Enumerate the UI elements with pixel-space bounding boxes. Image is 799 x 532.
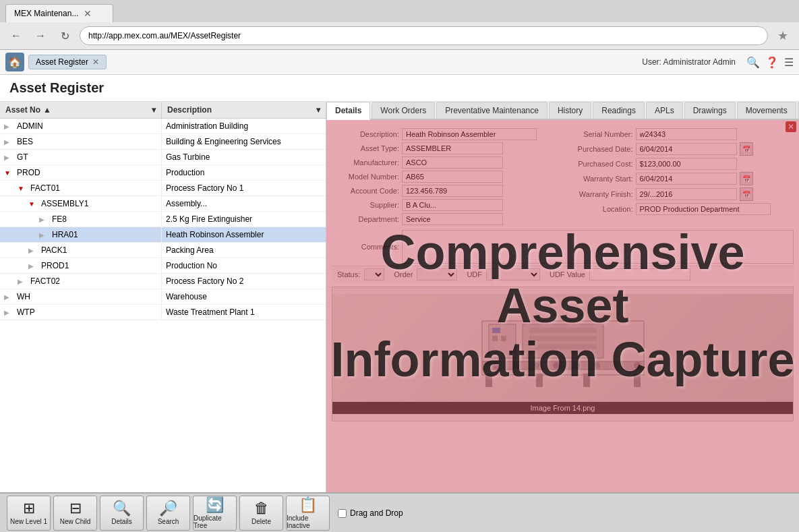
refresh-button[interactable]: ↻: [55, 26, 74, 45]
tree-asset-no-label: PACK1: [41, 245, 67, 255]
tree-row[interactable]: ▶PROD1Production No: [0, 258, 326, 274]
tree-row[interactable]: ▼PRODProduction: [0, 165, 326, 181]
tree-arrow-icon[interactable]: ▶: [4, 293, 12, 301]
serial-number-field[interactable]: [636, 128, 737, 140]
url-bar[interactable]: [80, 26, 768, 45]
purchased-date-calendar-icon[interactable]: 📅: [740, 142, 753, 156]
tree-row[interactable]: ▶BESBuilding & Engineering Services: [0, 134, 326, 150]
tree-row[interactable]: ▶FACT02Process Factory No 2: [0, 274, 326, 289]
forward-button[interactable]: →: [31, 26, 50, 45]
location-field[interactable]: [636, 203, 771, 215]
col-asset-no[interactable]: Asset No ▲ ▾: [0, 102, 162, 118]
tree-row[interactable]: ▼FACT01Process Factory No 1: [0, 181, 326, 196]
status-select[interactable]: [364, 268, 384, 280]
duplicate-tree-button[interactable]: 🔄 Duplicate Tree: [193, 496, 237, 531]
bookmark-icon[interactable]: ★: [773, 26, 792, 45]
tree-arrow-icon[interactable]: ▶: [28, 247, 36, 254]
tree-asset-no-label: PROD: [17, 168, 40, 177]
tree-row[interactable]: ▶GTGas Turbine: [0, 150, 326, 165]
tab-workorders[interactable]: Work Orders: [372, 102, 435, 119]
asset-type-field[interactable]: [402, 142, 503, 154]
tree-arrow-icon[interactable]: ▼: [4, 169, 12, 177]
tree-row[interactable]: ▶PACK1Packing Area: [0, 243, 326, 258]
col-description[interactable]: Description ▾: [162, 102, 326, 118]
purchased-cost-label: Purchased Cost:: [566, 160, 633, 168]
tree-arrow-icon[interactable]: ▶: [18, 278, 26, 285]
tree-row[interactable]: ▶ADMINAdministration Building: [0, 119, 326, 134]
tree-cell-desc: Warehouse: [162, 289, 326, 304]
panel-close-button[interactable]: ✕: [786, 121, 796, 132]
tab-readings[interactable]: Readings: [593, 102, 645, 119]
help-icon[interactable]: ❓: [765, 56, 779, 69]
warranty-finish-field[interactable]: [636, 188, 737, 200]
new-level1-button[interactable]: ⊞ New Level 1: [7, 496, 51, 531]
tree-arrow-icon[interactable]: ▼: [18, 185, 26, 192]
tab-prevmaint[interactable]: Preventative Maintenance: [436, 102, 548, 119]
description-field[interactable]: [402, 128, 537, 140]
warranty-start-calendar-icon[interactable]: 📅: [740, 172, 753, 185]
tree-arrow-icon[interactable]: ▼: [28, 200, 36, 208]
tab-close-icon[interactable]: ✕: [84, 8, 92, 19]
account-code-field[interactable]: [402, 185, 503, 197]
drag-drop-checkbox[interactable]: [338, 509, 347, 518]
breadcrumb-label: Asset Register: [36, 57, 88, 67]
tree-asset-no-label: FE8: [52, 214, 67, 224]
udf-select[interactable]: [486, 268, 540, 280]
tree-arrow-icon[interactable]: ▶: [4, 309, 12, 316]
tree-arrow-icon[interactable]: ▶: [39, 216, 47, 223]
search-icon[interactable]: 🔍: [746, 56, 760, 69]
tree-cell-no: ▶ADMIN: [0, 119, 162, 134]
tree-row[interactable]: ▼ASSEMBLY1Assembly...: [0, 196, 326, 212]
tab-details[interactable]: Details: [326, 102, 370, 120]
tree-row[interactable]: ▶WHWarehouse: [0, 289, 326, 305]
back-button[interactable]: ←: [7, 26, 26, 45]
tree-arrow-icon[interactable]: ▶: [39, 231, 47, 239]
tree-arrow-icon[interactable]: ▶: [4, 123, 12, 130]
tab-drawings[interactable]: Drawings: [684, 102, 736, 119]
tree-row[interactable]: ▶FE82.5 Kg Fire Extinguisher: [0, 212, 326, 227]
tree-cell-desc: Gas Turbine: [162, 150, 326, 165]
tree-asset-no-label: FACT02: [30, 276, 60, 286]
filter-icon-desc[interactable]: ▾: [316, 105, 320, 115]
comments-row: Comments:: [332, 230, 794, 264]
search-button[interactable]: 🔎 Search: [146, 496, 190, 531]
order-select[interactable]: [417, 268, 457, 280]
tree-arrow-icon[interactable]: ▶: [28, 262, 36, 270]
department-field[interactable]: [402, 213, 503, 225]
account-code-row: Account Code:: [332, 185, 560, 197]
include-inactive-button[interactable]: 📋 Include Inactive: [286, 496, 330, 531]
details-button[interactable]: 🔍 Details: [100, 496, 144, 531]
tree-cell-no: ▶PACK1: [0, 243, 162, 258]
tab-apls[interactable]: APLs: [646, 102, 683, 119]
supplier-field[interactable]: [402, 199, 503, 211]
model-number-field[interactable]: [402, 171, 503, 183]
warranty-finish-calendar-icon[interactable]: 📅: [740, 187, 753, 201]
manufacturer-field[interactable]: [402, 156, 503, 169]
purchased-cost-field[interactable]: [636, 158, 737, 170]
comments-field[interactable]: [402, 230, 794, 264]
breadcrumb-close-icon[interactable]: ✕: [92, 57, 99, 67]
delete-button[interactable]: 🗑 Delete: [239, 496, 283, 531]
tree-asset-no-label: ASSEMBLY1: [41, 199, 88, 208]
purchased-date-field[interactable]: [636, 143, 737, 155]
tree-asset-no-label: WTP: [17, 307, 35, 317]
manufacturer-label: Manufacturer:: [332, 158, 399, 167]
menu-icon[interactable]: ☰: [784, 56, 794, 69]
filter-icon[interactable]: ▾: [152, 105, 156, 115]
tree-arrow-icon[interactable]: ▶: [4, 138, 12, 146]
breadcrumb[interactable]: Asset Register ✕: [28, 55, 107, 69]
comments-section: Comments:: [332, 230, 794, 264]
tree-row[interactable]: ▶HRA01Heath Robinson Assembler: [0, 227, 326, 243]
warranty-start-field[interactable]: [636, 173, 737, 185]
tab-history[interactable]: History: [549, 102, 591, 119]
tree-cell-no: ▶BES: [0, 134, 162, 149]
user-info: User: Administrator Admin: [642, 57, 736, 67]
status-label: Status:: [337, 270, 360, 278]
new-child-button[interactable]: ⊟ New Child: [53, 496, 97, 531]
tree-row[interactable]: ▶WTPWaste Treatment Plant 1: [0, 305, 326, 320]
udf-value-field[interactable]: [589, 268, 690, 280]
browser-tab[interactable]: MEX Maintenan... ✕: [5, 4, 113, 22]
tab-movements[interactable]: Movements: [737, 102, 796, 119]
home-button[interactable]: 🏠: [5, 53, 24, 71]
tree-arrow-icon[interactable]: ▶: [4, 154, 12, 161]
